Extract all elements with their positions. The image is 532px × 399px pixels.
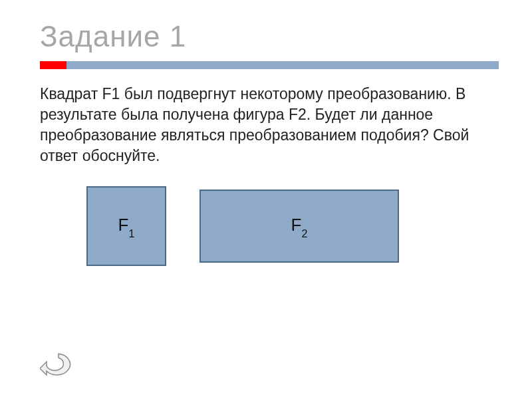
shape-f1-sub: 1 [128, 228, 134, 239]
body-text: Квадрат F1 был подвергнут некоторому пре… [40, 84, 499, 166]
divider-accent-red [40, 61, 66, 69]
shape-f2-rectangle: F2 [200, 190, 399, 263]
slide-title: Задание 1 [40, 20, 499, 53]
shape-f2-letter: F [291, 215, 302, 235]
shapes-container: F1 F2 [86, 186, 499, 266]
slide: Задание 1 Квадрат F1 был подвергнут неко… [0, 0, 532, 399]
shape-f1-label: F1 [118, 215, 135, 237]
shape-f2-label: F2 [291, 215, 308, 237]
back-arrow-icon[interactable] [40, 351, 77, 380]
shape-f1-letter: F [118, 215, 129, 235]
shape-f2-sub: 2 [301, 228, 307, 239]
divider-accent-blue [66, 61, 499, 69]
shape-f1-square: F1 [86, 186, 166, 266]
title-divider [40, 61, 499, 69]
